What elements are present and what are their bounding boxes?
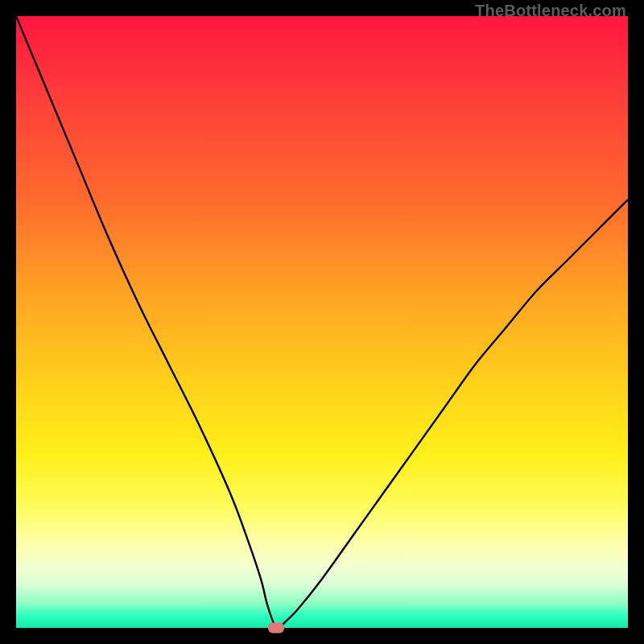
curve-path: [16, 16, 628, 628]
bottleneck-curve: [16, 16, 628, 628]
chart-frame: TheBottleneck.com: [16, 16, 628, 628]
optimum-marker: [268, 623, 284, 634]
